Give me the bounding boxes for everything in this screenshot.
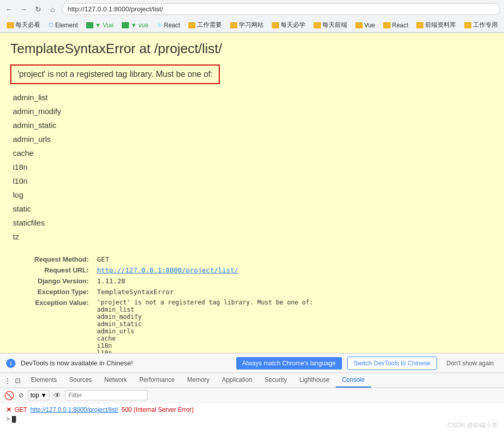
bookmark-vue3[interactable]: Vue [353,21,378,30]
folder-icon [464,22,472,28]
error-message: 'project' is not a registered tag librar… [18,70,213,78]
devtools-notification: i DevTools is now available in Chinese! … [0,353,504,373]
address-bar[interactable]: http://127.0.0.1:8000/project/list/ [62,3,500,15]
console-error-url[interactable]: http://127.0.0.1:8000/project/list/ [30,406,119,413]
value-request-method: GET [93,254,494,265]
bookmark-learn[interactable]: 学习网站 [227,20,266,30]
tab-application[interactable]: Application [216,373,258,388]
label-request-method: Request Method: [10,254,93,265]
folder-icon [7,22,14,28]
console-clear-icon[interactable]: 🚫 [4,391,14,400]
folder-icon [383,22,391,28]
filter-icon[interactable]: ⊘ [19,392,24,399]
exception-value-text: 'project' is not a registered tag librar… [97,299,490,353]
bookmark-vue1[interactable]: ▼ Vue [84,21,116,30]
console-prompt: > [6,415,10,423]
folder-icon [188,22,196,28]
tab-network[interactable]: Network [98,373,133,388]
label-django-version: Django Version: [10,276,93,286]
console-error-row: ✕ GET http://127.0.0.1:8000/project/list… [6,406,498,413]
table-row: Exception Value: 'project' is not a regi… [10,297,494,353]
folder-icon [272,22,279,28]
value-request-url: http://127.0.0.1:8000/project/list/ [93,265,494,276]
tab-lighthouse[interactable]: Lighthouse [293,373,336,388]
chevron-down-icon: ▼ [41,392,47,399]
table-row: Exception Type: TemplateSyntaxError [10,286,494,297]
tab-elements[interactable]: Elements [25,373,63,388]
tab-security[interactable]: Security [258,373,293,388]
bookmark-react2[interactable]: React [381,21,411,30]
folder-icon [314,22,321,28]
list-item: i18n [13,160,494,174]
always-match-button[interactable]: Always match Chrome's language [236,357,342,369]
info-icon: i [6,359,15,368]
switch-devtools-button[interactable]: Switch DevTools to Chinese [347,357,437,370]
console-content: ✕ GET http://127.0.0.1:8000/project/list… [0,403,504,426]
devtools-panel: ⋮ ⊡ Elements Sources Network Performance… [0,373,504,434]
label-request-url: Request URL: [10,265,93,276]
table-row: Request Method: GET [10,254,494,265]
tag-list: admin_listadmin_modifyadmin_staticadmin_… [10,90,494,244]
forward-button[interactable]: → [19,4,29,14]
devtools-menu-icon[interactable]: ⋮ [2,375,13,387]
folder-icon [416,22,424,28]
tab-sources[interactable]: Sources [63,373,98,388]
list-item: cache [13,146,494,160]
bookmark-每天必看[interactable]: 每天必看 [4,20,43,30]
console-error-status: 500 (Internal Server Error) [121,406,193,413]
context-selector[interactable]: top ▼ [28,390,50,400]
dismiss-button[interactable]: Don't show again [442,357,498,369]
devtools-toolbar: 🚫 ⊘ top ▼ 👁 [0,388,504,403]
bookmark-vue2[interactable]: ▼ vue [119,21,151,30]
label-exception-value: Exception Value: [10,297,93,353]
value-django-version: 1.11.28 [93,276,494,286]
bookmark-frontend[interactable]: 每天前端 [311,20,350,30]
bookmark-daily[interactable]: 每天必学 [269,20,308,30]
context-label: top [30,392,39,399]
nav-bar: ← → ↻ ⌂ http://127.0.0.1:8000/project/li… [0,0,504,18]
bookmark-work2[interactable]: 工作专用 [462,20,500,30]
value-exception-type: TemplateSyntaxError [93,286,494,297]
eye-icon[interactable]: 👁 [54,391,61,399]
list-item: admin_urls [13,132,494,146]
react-icon: ⚛ [157,22,162,29]
notification-text: DevTools is now available in Chinese! [21,359,231,367]
folder-icon [355,22,363,28]
element-icon: ⬡ [48,22,54,28]
browser-chrome: ← → ↻ ⌂ http://127.0.0.1:8000/project/li… [0,0,504,33]
list-item: admin_modify [13,104,494,118]
table-row: Request URL: http://127.0.0.1:8000/proje… [10,265,494,276]
page-content: TemplateSyntaxError at /project/list/ 'p… [0,33,504,353]
refresh-button[interactable]: ↻ [33,4,43,14]
details-table: Request Method: GET Request URL: http://… [10,254,494,353]
folder-icon [86,22,93,28]
list-item: admin_static [13,118,494,132]
bookmark-resources[interactable]: 前端资料库 [414,20,459,30]
list-item: static [13,202,494,216]
tab-console[interactable]: Console [336,373,371,388]
bookmark-react1[interactable]: ⚛React [154,21,183,30]
devtools-inspect-icon[interactable]: ⊡ [13,375,23,387]
error-box: 'project' is not a registered tag librar… [10,65,220,84]
tab-memory[interactable]: Memory [181,373,216,388]
console-cursor [12,416,16,423]
console-input-row: > [6,415,498,423]
bookmarks-bar: 每天必看 ⬡Element ▼ Vue ▼ vue ⚛React 工作需要 学习… [0,18,504,33]
label-exception-type: Exception Type: [10,286,93,297]
list-item: tz [13,230,494,244]
bookmark-element[interactable]: ⬡Element [46,21,80,30]
filter-input[interactable] [65,390,148,400]
tab-performance[interactable]: Performance [133,373,181,388]
back-button[interactable]: ← [4,4,14,14]
home-button[interactable]: ⌂ [47,4,58,14]
list-item: staticfiles [13,216,494,230]
bookmark-work[interactable]: 工作需要 [186,20,224,30]
list-item: log [13,188,494,202]
error-icon: ✕ [6,406,11,413]
list-item: l10n [13,174,494,188]
page-title: TemplateSyntaxError at /project/list/ [10,41,494,57]
console-error-prefix: GET [14,406,27,413]
watermark: CSDN @前端小东 [447,421,498,430]
table-row: Django Version: 1.11.28 [10,276,494,286]
request-url-link[interactable]: http://127.0.0.1:8000/project/list/ [97,266,238,274]
